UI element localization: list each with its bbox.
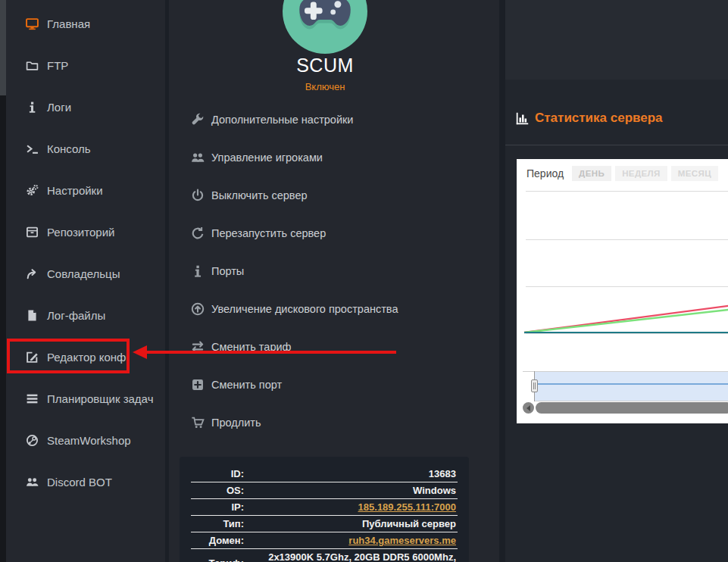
info-value: 2x13900K 5.7Ghz, 20GB DDR5 6000Mhz, 50GB xyxy=(245,549,458,562)
gears-icon xyxy=(25,184,39,198)
sidebar-item[interactable]: SteamWorkshop xyxy=(6,420,165,461)
gamepad-icon xyxy=(298,0,352,34)
info-label: OS: xyxy=(191,482,245,499)
action-item[interactable]: Увеличение дискового пространства xyxy=(169,290,481,328)
annotation-arrow-head xyxy=(133,345,147,359)
server-panel: SCUM Включен Дополнительные настройки Уп… xyxy=(169,0,499,562)
green-line xyxy=(524,310,728,333)
steam-icon xyxy=(25,434,39,448)
action-item[interactable]: Выключить сервер xyxy=(169,176,481,214)
stats-panel: Статистика сервера Период ДЕНЬНЕДЕЛЯМЕСЯ… xyxy=(505,0,728,562)
info-value: 13683 xyxy=(245,466,458,482)
info-label: Домен: xyxy=(191,532,245,549)
action-item[interactable]: Продлить xyxy=(169,404,481,442)
info-label: Тип: xyxy=(191,516,245,532)
terminal-icon xyxy=(25,142,39,156)
bar-chart-icon xyxy=(515,111,530,126)
sidebar-item[interactable]: Планировщик задач xyxy=(6,378,165,420)
info-icon xyxy=(191,264,205,278)
right-column-spacer xyxy=(505,0,728,80)
users-icon xyxy=(191,151,205,164)
info-label: Тариф: xyxy=(191,549,245,562)
chart-navigator[interactable] xyxy=(534,372,728,401)
page-scrollbar[interactable] xyxy=(0,0,6,562)
info-label: ID: xyxy=(191,466,245,482)
info-value: Публичный сервер xyxy=(245,516,458,532)
info-row: IP:185.189.255.111:7000 xyxy=(191,499,458,516)
sidebar-item[interactable]: Настройки xyxy=(6,170,165,211)
sidebar-item[interactable]: Главная xyxy=(6,3,165,45)
sidebar-item[interactable]: Лог-файлы xyxy=(6,295,165,336)
cart-icon xyxy=(191,416,205,429)
divider xyxy=(505,145,728,145)
action-item[interactable]: Порты xyxy=(169,252,481,290)
info-row: ID:13683 xyxy=(191,466,458,482)
action-item[interactable]: Управление игроками xyxy=(169,139,481,176)
archive-icon xyxy=(25,226,39,239)
server-info-table: ID:13683OS:WindowsIP:185.189.255.111:700… xyxy=(191,466,458,562)
list-icon xyxy=(25,392,39,406)
info-label: IP: xyxy=(191,499,245,516)
refresh-icon xyxy=(191,226,205,240)
info-value[interactable]: 185.189.255.111:7000 xyxy=(245,499,458,516)
scrollbar-left-arrow-button[interactable] xyxy=(523,402,534,414)
action-item[interactable]: Перезапустить сервер xyxy=(169,214,481,252)
info-value[interactable]: ruh34.gameservers.me xyxy=(245,532,458,549)
server-avatar xyxy=(283,0,367,54)
arrow-up-circle-icon xyxy=(191,302,205,316)
gameservers-control-panel: Главная FTP Логи Консоль Настройки Репоз… xyxy=(0,0,728,562)
stats-title: Статистика сервера xyxy=(535,111,663,126)
server-actions-list: Дополнительные настройки Управление игро… xyxy=(169,101,481,442)
sidebar-item[interactable]: Репозиторий xyxy=(6,211,165,253)
sidebar-item[interactable]: Консоль xyxy=(6,128,165,170)
info-row: Тип:Публичный сервер xyxy=(191,516,458,532)
wrench-icon xyxy=(191,113,205,126)
folder-icon xyxy=(25,59,39,73)
navigator-series-line xyxy=(534,383,728,385)
chart-scrollbar-thumb[interactable] xyxy=(536,402,728,414)
info-link[interactable]: 185.189.255.111:7000 xyxy=(358,501,456,513)
navigator-handle[interactable] xyxy=(531,379,538,392)
info-icon xyxy=(25,101,39,114)
info-row: Домен:ruh34.gameservers.me xyxy=(191,532,458,549)
sidebar-item[interactable]: Логи xyxy=(6,86,165,128)
info-row: OS:Windows xyxy=(191,482,458,499)
action-item[interactable]: Сменить порт xyxy=(169,366,481,404)
action-item[interactable]: Дополнительные настройки xyxy=(169,101,481,139)
annotation-arrow-line xyxy=(146,351,396,354)
file-icon xyxy=(25,309,39,323)
share-arrow-icon xyxy=(25,267,39,281)
info-row: Тариф:2x13900K 5.7Ghz, 20GB DDR5 6000Mhz… xyxy=(191,549,458,562)
page-scrollbar-thumb[interactable] xyxy=(0,0,6,95)
users-icon xyxy=(25,476,39,489)
sidebar-nav: Главная FTP Логи Консоль Настройки Репоз… xyxy=(6,0,165,562)
power-icon xyxy=(191,189,205,202)
action-item[interactable]: Сменить тариф xyxy=(169,328,481,366)
stats-chart-card: Период ДЕНЬНЕДЕЛЯМЕСЯЦ xyxy=(517,159,728,423)
monitor-icon xyxy=(25,17,39,31)
plus-square-icon xyxy=(191,378,205,392)
sidebar-item[interactable]: Совладельцы xyxy=(6,253,165,295)
annotation-box xyxy=(7,339,130,373)
sidebar-item[interactable]: FTP xyxy=(6,45,165,86)
stats-header: Статистика сервера xyxy=(515,111,663,126)
sidebar-item[interactable]: Discord BOT xyxy=(6,461,165,503)
server-status-badge: Включен xyxy=(169,81,481,92)
server-name: SCUM xyxy=(169,55,481,76)
info-value: Windows xyxy=(245,482,458,499)
server-info-panel: ID:13683OS:WindowsIP:185.189.255.111:700… xyxy=(180,457,469,562)
info-link[interactable]: ruh34.gameservers.me xyxy=(348,535,456,546)
